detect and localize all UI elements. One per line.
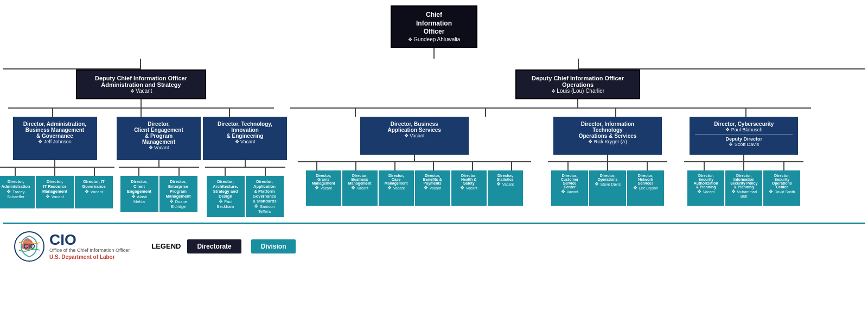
- deputy-ops-col: Deputy Chief Information OfficerOperatio…: [290, 69, 865, 206]
- sub-admin-0-name: TraceySchaeffer: [0, 189, 31, 199]
- sub-it-1-name: Steve Davis: [592, 181, 623, 187]
- deputy-admin-name: Vacant: [84, 88, 199, 94]
- dir-admin-biz-name: Jeff Johnson: [18, 139, 92, 144]
- cio-logo-icon: CIO: [14, 231, 45, 262]
- sub-biz-2-name: Vacant: [382, 185, 411, 191]
- sub-biz-4-title: Director,Health &Safety: [455, 174, 483, 185]
- sub-cyber-2: Director,SecurityOperationsCenter David …: [763, 170, 800, 206]
- sub-biz-3: Director,Benefits &Payments Vacant: [415, 170, 450, 206]
- org-chart-container: ChiefInformationOfficer Gundeep Ahluwali…: [0, 0, 868, 271]
- cio-text-block: CIO Office of the Chief Information Offi…: [49, 232, 130, 260]
- sub-cyber-2-name: David Smith: [767, 189, 797, 194]
- sub-client-0: Director,ClientEngagement AtashMehta: [120, 176, 158, 212]
- sub-tech-1: Director,Application& PlatformGovernance…: [246, 176, 284, 217]
- sub-admin-2: Director, ITGovernance Vacant: [75, 176, 113, 208]
- legend-section: LEGEND Directorate Division: [151, 239, 299, 253]
- cio-subtitle: Office of the Chief Information Officer: [49, 248, 130, 254]
- dir-client-title: Director,Client Engagement& ProgramManag…: [122, 121, 195, 145]
- dir-it-ops-box: Director, InformationTechnologyOperation…: [553, 117, 662, 155]
- sub-biz-3-title: Director,Benefits &Payments: [418, 174, 447, 185]
- dir-it-ops-name: Rick Kryger (A): [559, 139, 656, 144]
- sub-client-1-name: DuaneEldridge: [163, 199, 194, 209]
- sub-biz-0-title: Director,GrantsManagement: [309, 174, 338, 185]
- sub-client-1-title: Director,EnterpriseProgramManagement: [163, 179, 194, 199]
- sub-cyber-1: Director,InformationSecurity Policy& Pla…: [725, 170, 762, 206]
- sub-biz-5: Director,Statistics Vacant: [488, 170, 523, 206]
- dir-admin-biz-title: Director, Administration,Business Manage…: [18, 121, 92, 139]
- dir-cyber-name: Paul Blahusch: [695, 127, 793, 132]
- cio-logo: CIO CIO Office of the Chief Information …: [14, 231, 130, 262]
- sub-cyber-0-name: Vacant: [691, 189, 721, 194]
- sub-admin-2-name: Vacant: [78, 189, 110, 194]
- sub-tech-1-title: Director,Application& PlatformGovernance…: [249, 179, 280, 204]
- sub-admin-0: Director,Administration TraceySchaeffer: [0, 176, 35, 208]
- chief-box: ChiefInformationOfficer Gundeep Ahluwali…: [391, 5, 477, 48]
- sub-biz-1: Director,BusinessManagement Vacant: [342, 170, 378, 206]
- dir-admin-biz-box: Director, Administration,Business Manage…: [13, 117, 97, 160]
- dir-tech-section: Director, Technology,Innovation& Enginee…: [203, 117, 287, 217]
- sub-biz-2: Director,CaseManagement Vacant: [379, 170, 414, 206]
- cio-dept: U.S. Department of Labor: [49, 254, 130, 260]
- sub-cyber-0: Director,SecurityAuthorization& Planning…: [687, 170, 724, 206]
- sub-it-0-title: Director,CustomerServiceCenter: [554, 174, 585, 189]
- sub-biz-4-name: Vacant: [455, 185, 483, 191]
- dir-it-ops-section: Director, InformationTechnologyOperation…: [548, 117, 667, 206]
- svg-text:CIO: CIO: [23, 243, 35, 250]
- sub-tech-0-title: Director,Architecture,Strategy andDesign: [210, 179, 241, 199]
- dir-biz-app-name: Vacant: [366, 133, 463, 138]
- dir-cyber-deputy-name: Scott Davis: [695, 142, 793, 147]
- cio-big-text: CIO: [49, 232, 130, 248]
- dir-cyber-deputy-title: Deputy Director: [695, 136, 793, 142]
- chief-name: Gundeep Ahluwalia: [400, 36, 468, 42]
- sub-tech-0-name: PaulBeckham: [210, 199, 241, 209]
- sub-admin-1-name: Vacant: [39, 194, 71, 199]
- chief-section: ChiefInformationOfficer Gundeep Ahluwali…: [391, 5, 477, 59]
- sub-it-0-name: Vacant: [554, 189, 585, 194]
- sub-client-0-title: Director,ClientEngagement: [124, 179, 155, 194]
- sub-cyber-1-name: MuhammadButt: [729, 189, 759, 198]
- sub-admin-1: Director,IT ResourceManagement Vacant: [36, 176, 74, 208]
- sub-biz-5-title: Director,Statistics: [491, 174, 520, 181]
- dir-tech-title: Director, Technology,Innovation& Enginee…: [208, 121, 282, 139]
- left-deputy-section: Deputy Chief Information OfficerAdminist…: [3, 59, 279, 217]
- sub-biz-1-title: Director,BusinessManagement: [346, 174, 374, 185]
- sub-it-1-title: Director,Operations: [592, 174, 623, 181]
- sub-tech-1-name: Samson Teffera: [249, 204, 280, 214]
- sub-admin-0-title: Director,Administration: [0, 179, 31, 189]
- dir-tech-box: Director, Technology,Innovation& Enginee…: [203, 117, 287, 160]
- chief-title: ChiefInformationOfficer: [400, 11, 468, 36]
- admin-directors-group: Director, Administration,Business Manage…: [3, 107, 279, 217]
- ops-and-right: Deputy Chief Information OfficerOperatio…: [290, 69, 865, 206]
- sub-cyber-1-title: Director,InformationSecurity Policy& Pla…: [729, 174, 759, 189]
- deputy-admin-title: Deputy Chief Information OfficerAdminist…: [84, 75, 199, 88]
- dir-cyber-title: Director, Cybersecurity: [695, 121, 793, 127]
- ops-directors: Director, BusinessApplication Services V…: [290, 117, 811, 206]
- dir-biz-app-section: Director, BusinessApplication Services V…: [298, 117, 531, 206]
- deputy-ops-title: Deputy Chief Information OfficerOperatio…: [523, 75, 633, 88]
- dir-biz-app-title: Director, BusinessApplication Services: [366, 121, 463, 133]
- sub-admin-1-title: Director,IT ResourceManagement: [39, 179, 71, 194]
- sub-tech-0: Director,Architecture,Strategy andDesign…: [207, 176, 245, 217]
- org-chart: ChiefInformationOfficer Gundeep Ahluwali…: [3, 5, 865, 217]
- deputy-ops-box: Deputy Chief Information OfficerOperatio…: [515, 69, 640, 99]
- sub-it-2-title: Director,NetworkServices: [630, 174, 661, 185]
- deputy-ops-name: Louis (Lou) Charlier: [523, 88, 633, 94]
- sub-biz-0: Director,GrantsManagement Vacant: [306, 170, 341, 206]
- legend-directorate: Directorate: [187, 239, 241, 253]
- deputy-admin-box: Deputy Chief Information OfficerAdminist…: [76, 69, 206, 99]
- sub-biz-2-title: Director,CaseManagement: [382, 174, 411, 185]
- sub-it-1: Director,Operations Steve Davis: [589, 170, 626, 206]
- footer: CIO CIO Office of the Chief Information …: [3, 223, 865, 269]
- sub-biz-4: Director,Health &Safety Vacant: [451, 170, 487, 206]
- sub-biz-5-name: Vacant: [491, 181, 520, 187]
- sub-admin-2-title: Director, ITGovernance: [78, 179, 110, 189]
- sub-biz-1-name: Vacant: [346, 185, 374, 191]
- dir-it-ops-title: Director, InformationTechnologyOperation…: [559, 121, 656, 139]
- sub-biz-3-name: Vacant: [418, 185, 447, 191]
- right-deputy-section: Deputy Chief Information OfficerOperatio…: [290, 59, 865, 206]
- sub-client-0-name: AtashMehta: [124, 194, 155, 204]
- sub-it-2-name: Eric Bryson: [630, 185, 661, 191]
- legend-title: LEGEND: [151, 242, 181, 250]
- dir-client-box: Director,Client Engagement& ProgramManag…: [117, 117, 201, 160]
- dir-cyber-section: Director, Cybersecurity Paul Blahusch De…: [684, 117, 803, 206]
